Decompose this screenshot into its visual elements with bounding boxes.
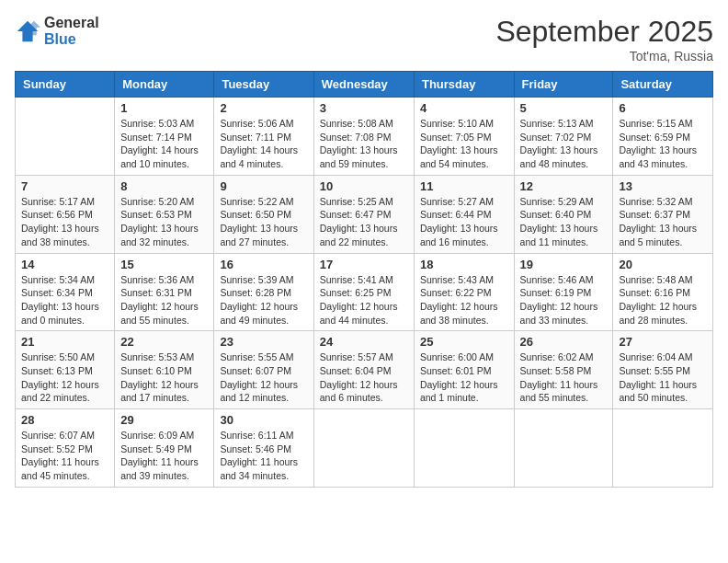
day-info: Sunrise: 5:39 AM Sunset: 6:28 PM Dayligh… [220, 273, 307, 327]
calendar-cell [613, 409, 713, 488]
day-number: 21 [21, 335, 108, 349]
calendar-cell: 4Sunrise: 5:10 AM Sunset: 7:05 PM Daylig… [414, 98, 514, 176]
calendar-cell: 10Sunrise: 5:25 AM Sunset: 6:47 PM Dayli… [313, 175, 414, 253]
calendar-cell: 8Sunrise: 5:20 AM Sunset: 6:53 PM Daylig… [115, 175, 214, 253]
calendar-cell: 29Sunrise: 6:09 AM Sunset: 5:49 PM Dayli… [115, 409, 214, 488]
calendar-cell: 7Sunrise: 5:17 AM Sunset: 6:56 PM Daylig… [16, 175, 115, 253]
calendar-cell: 16Sunrise: 5:39 AM Sunset: 6:28 PM Dayli… [214, 253, 313, 331]
calendar-cell [514, 409, 613, 488]
logo-text: General Blue [44, 15, 99, 47]
calendar-cell: 23Sunrise: 5:55 AM Sunset: 6:07 PM Dayli… [214, 331, 313, 409]
calendar-cell: 6Sunrise: 5:15 AM Sunset: 6:59 PM Daylig… [613, 98, 713, 176]
day-number: 19 [520, 258, 608, 271]
col-header-monday: Monday [115, 72, 214, 98]
day-number: 13 [619, 179, 707, 193]
calendar-week-3: 14Sunrise: 5:34 AM Sunset: 6:34 PM Dayli… [16, 253, 713, 331]
day-info: Sunrise: 5:22 AM Sunset: 6:50 PM Dayligh… [220, 195, 307, 249]
day-number: 29 [120, 413, 208, 427]
day-info: Sunrise: 6:09 AM Sunset: 5:49 PM Dayligh… [120, 429, 208, 483]
col-header-sunday: Sunday [16, 72, 115, 98]
day-info: Sunrise: 5:43 AM Sunset: 6:22 PM Dayligh… [420, 273, 508, 327]
col-header-tuesday: Tuesday [214, 72, 313, 98]
calendar-week-4: 21Sunrise: 5:50 AM Sunset: 6:13 PM Dayli… [16, 331, 713, 409]
logo-blue-text: Blue [44, 31, 99, 48]
calendar-cell: 26Sunrise: 6:02 AM Sunset: 5:58 PM Dayli… [514, 331, 613, 409]
day-number: 25 [420, 335, 508, 349]
col-header-thursday: Thursday [414, 72, 514, 98]
day-number: 22 [120, 335, 208, 349]
calendar-cell: 11Sunrise: 5:27 AM Sunset: 6:44 PM Dayli… [414, 175, 514, 253]
calendar-week-1: 1Sunrise: 5:03 AM Sunset: 7:14 PM Daylig… [16, 98, 713, 176]
calendar-cell: 1Sunrise: 5:03 AM Sunset: 7:14 PM Daylig… [115, 98, 214, 176]
location-subtitle: Tot'ma, Russia [495, 49, 713, 63]
day-number: 16 [220, 258, 307, 271]
day-info: Sunrise: 5:06 AM Sunset: 7:11 PM Dayligh… [220, 117, 307, 171]
col-header-wednesday: Wednesday [313, 72, 414, 98]
day-number: 17 [320, 258, 408, 271]
day-info: Sunrise: 6:11 AM Sunset: 5:46 PM Dayligh… [220, 429, 307, 483]
day-info: Sunrise: 5:32 AM Sunset: 6:37 PM Dayligh… [619, 195, 707, 249]
day-number: 28 [21, 413, 108, 427]
calendar-cell [414, 409, 514, 488]
calendar-table: SundayMondayTuesdayWednesdayThursdayFrid… [15, 71, 713, 488]
day-number: 1 [120, 101, 208, 115]
calendar-cell: 5Sunrise: 5:13 AM Sunset: 7:02 PM Daylig… [514, 98, 613, 176]
day-number: 18 [420, 258, 508, 271]
logo-icon [15, 18, 40, 44]
calendar-cell: 24Sunrise: 5:57 AM Sunset: 6:04 PM Dayli… [313, 331, 414, 409]
day-info: Sunrise: 5:27 AM Sunset: 6:44 PM Dayligh… [420, 195, 508, 249]
calendar-week-5: 28Sunrise: 6:07 AM Sunset: 5:52 PM Dayli… [16, 409, 713, 488]
day-info: Sunrise: 6:07 AM Sunset: 5:52 PM Dayligh… [21, 429, 108, 483]
day-info: Sunrise: 5:48 AM Sunset: 6:16 PM Dayligh… [619, 273, 707, 327]
calendar-cell: 27Sunrise: 6:04 AM Sunset: 5:55 PM Dayli… [613, 331, 713, 409]
day-info: Sunrise: 5:50 AM Sunset: 6:13 PM Dayligh… [21, 350, 108, 405]
day-number: 11 [420, 179, 508, 193]
day-info: Sunrise: 5:41 AM Sunset: 6:25 PM Dayligh… [320, 273, 408, 327]
calendar-cell: 12Sunrise: 5:29 AM Sunset: 6:40 PM Dayli… [514, 175, 613, 253]
day-info: Sunrise: 6:04 AM Sunset: 5:55 PM Dayligh… [619, 350, 707, 405]
day-info: Sunrise: 5:10 AM Sunset: 7:05 PM Dayligh… [420, 117, 508, 171]
calendar-cell: 30Sunrise: 6:11 AM Sunset: 5:46 PM Dayli… [214, 409, 313, 488]
month-title: September 2025 [495, 15, 713, 49]
day-number: 24 [320, 335, 408, 349]
day-info: Sunrise: 5:36 AM Sunset: 6:31 PM Dayligh… [120, 273, 208, 327]
day-number: 8 [120, 179, 208, 193]
calendar-cell [313, 409, 414, 488]
day-info: Sunrise: 5:55 AM Sunset: 6:07 PM Dayligh… [220, 350, 307, 405]
calendar-cell: 22Sunrise: 5:53 AM Sunset: 6:10 PM Dayli… [115, 331, 214, 409]
day-number: 26 [520, 335, 608, 349]
day-number: 5 [520, 101, 608, 115]
calendar-cell: 18Sunrise: 5:43 AM Sunset: 6:22 PM Dayli… [414, 253, 514, 331]
calendar-cell: 9Sunrise: 5:22 AM Sunset: 6:50 PM Daylig… [214, 175, 313, 253]
logo-general-text: General [44, 15, 99, 31]
calendar-week-2: 7Sunrise: 5:17 AM Sunset: 6:56 PM Daylig… [16, 175, 713, 253]
day-number: 12 [520, 179, 608, 193]
day-number: 20 [619, 258, 707, 271]
day-number: 2 [220, 101, 307, 115]
day-info: Sunrise: 5:29 AM Sunset: 6:40 PM Dayligh… [520, 195, 608, 249]
day-info: Sunrise: 5:25 AM Sunset: 6:47 PM Dayligh… [320, 195, 408, 249]
day-number: 15 [120, 258, 208, 271]
logo: General Blue [15, 15, 99, 47]
day-number: 9 [220, 179, 307, 193]
calendar-cell: 25Sunrise: 6:00 AM Sunset: 6:01 PM Dayli… [414, 331, 514, 409]
header: General Blue September 2025 Tot'ma, Russ… [15, 15, 713, 63]
calendar-cell: 19Sunrise: 5:46 AM Sunset: 6:19 PM Dayli… [514, 253, 613, 331]
calendar-cell: 17Sunrise: 5:41 AM Sunset: 6:25 PM Dayli… [313, 253, 414, 331]
calendar-cell: 14Sunrise: 5:34 AM Sunset: 6:34 PM Dayli… [16, 253, 115, 331]
day-info: Sunrise: 5:46 AM Sunset: 6:19 PM Dayligh… [520, 273, 608, 327]
col-header-friday: Friday [514, 72, 613, 98]
day-number: 23 [220, 335, 307, 349]
day-number: 6 [619, 101, 707, 115]
day-number: 10 [320, 179, 408, 193]
day-number: 4 [420, 101, 508, 115]
day-info: Sunrise: 6:00 AM Sunset: 6:01 PM Dayligh… [420, 350, 508, 405]
calendar-cell: 28Sunrise: 6:07 AM Sunset: 5:52 PM Dayli… [16, 409, 115, 488]
day-info: Sunrise: 5:34 AM Sunset: 6:34 PM Dayligh… [21, 273, 108, 327]
day-info: Sunrise: 5:20 AM Sunset: 6:53 PM Dayligh… [120, 195, 208, 249]
calendar-cell: 3Sunrise: 5:08 AM Sunset: 7:08 PM Daylig… [313, 98, 414, 176]
day-info: Sunrise: 5:53 AM Sunset: 6:10 PM Dayligh… [120, 350, 208, 405]
day-number: 14 [21, 258, 108, 271]
calendar-cell: 13Sunrise: 5:32 AM Sunset: 6:37 PM Dayli… [613, 175, 713, 253]
calendar-cell: 2Sunrise: 5:06 AM Sunset: 7:11 PM Daylig… [214, 98, 313, 176]
